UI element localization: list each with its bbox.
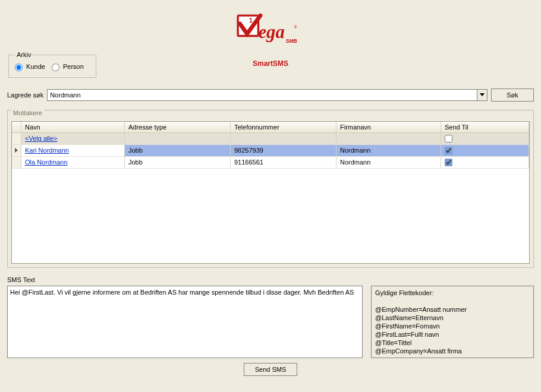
select-all-checkbox[interactable] [445,135,452,143]
cell-navn[interactable]: Ola Nordmann [25,159,68,166]
svg-text:®: ® [294,25,297,29]
arkiv-legend: Arkiv [15,51,33,58]
saved-search-label: Lagrede søk [7,91,43,99]
cell-telefon: 98257939 [231,145,336,156]
cell-firma: Nordmann [336,157,441,168]
cell-firma: Nordmann [336,145,441,156]
grid-body[interactable]: <Velg alle> Kari Nordmann Jobb 98257939 … [12,133,529,263]
recipients-grid: Navn Adresse type Telefonnummer Firmanav… [11,121,530,264]
cell-send-checkbox[interactable] [445,159,452,166]
radio-kunde[interactable] [15,64,23,71]
radio-kunde-label[interactable]: Kunde [15,63,47,70]
svg-text:ega: ega [258,22,285,42]
cell-telefon: 91166561 [231,157,336,168]
cell-navn[interactable]: Kari Nordmann [25,147,69,154]
col-header-adresse[interactable]: Adresse type [125,122,231,132]
col-header-send[interactable]: Send Til [441,122,529,132]
pointer-icon [15,148,18,153]
svg-text:1: 1 [249,17,253,24]
cell-adresse: Jobb [125,145,231,156]
recipients-group: Mottakere Navn Adresse type Telefonnumme… [7,110,534,268]
svg-rect-0 [238,15,258,36]
chevron-down-icon [480,93,485,96]
cell-send-checkbox[interactable] [445,147,452,154]
col-header-navn[interactable]: Navn [21,122,125,132]
grid-row[interactable]: Kari Nordmann Jobb 98257939 Nordmann [12,145,529,157]
col-header-telefon[interactable]: Telefonnummer [231,122,336,132]
grid-row[interactable]: Ola Nordmann Jobb 91166561 Nordmann [12,157,529,169]
radio-person[interactable] [52,64,59,71]
current-row-indicator [12,145,21,156]
radio-person-label[interactable]: Person [52,63,84,70]
cell-adresse: Jobb [125,157,231,168]
search-button[interactable]: Søk [491,88,534,102]
arkiv-fieldset: Arkiv Kunde Person [8,51,96,78]
vega-logo: 1 ega ® SMB [235,13,306,55]
saved-search-input[interactable] [47,89,477,101]
svg-text:SMB: SMB [286,38,297,44]
recipients-group-title: Mottakere [11,109,44,116]
grid-row-select-all[interactable]: <Velg alle> [12,133,529,145]
send-sms-button[interactable]: Send SMS [244,363,298,376]
merge-codes-list: @EmpNumber=Ansatt nummer @LastName=Etter… [375,306,467,355]
saved-search-combo[interactable] [47,89,487,101]
merge-codes-title: Gyldige Flettekoder: [375,289,433,296]
merge-codes-panel: Gyldige Flettekoder: @EmpNumber=Ansatt n… [371,286,534,358]
sms-text-label: SMS Text [7,276,534,283]
radio-kunde-text: Kunde [26,63,45,70]
saved-search-dropdown[interactable] [477,89,487,101]
col-header-firma[interactable]: Firmanavn [336,122,441,132]
radio-person-text: Person [63,63,84,70]
select-all-link[interactable]: <Velg alle> [25,135,57,142]
grid-header: Navn Adresse type Telefonnummer Firmanav… [12,122,529,133]
sms-textarea[interactable] [7,286,363,358]
